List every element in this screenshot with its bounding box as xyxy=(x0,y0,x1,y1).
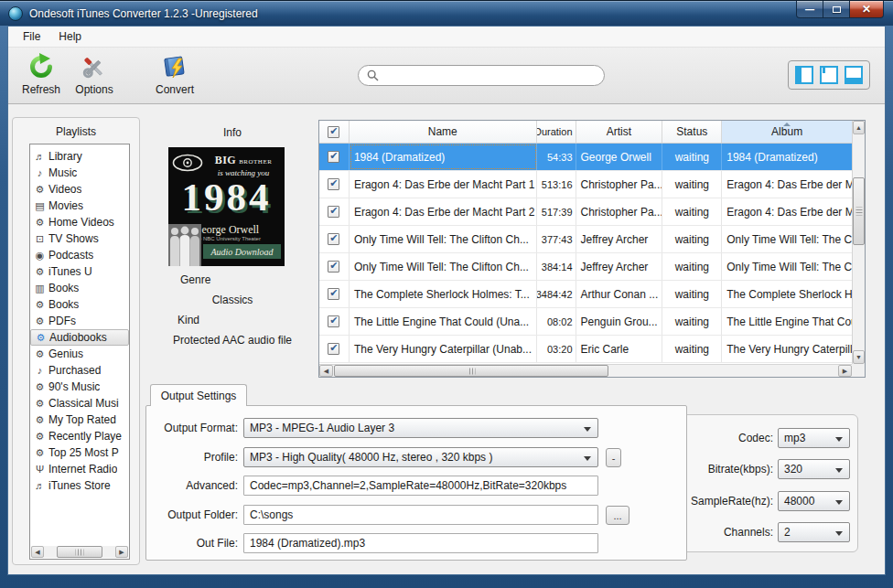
sidebar-item-internet-radio[interactable]: Ψ Internet Radio xyxy=(30,461,129,477)
sidebar-item-top-25-most-p[interactable]: ⚙ Top 25 Most P xyxy=(30,444,129,461)
row-checkbox-cell[interactable] xyxy=(319,171,350,198)
select-all-checkbox[interactable] xyxy=(328,126,339,138)
row-checkbox[interactable] xyxy=(328,343,339,355)
scroll-right-arrow[interactable]: ▶ xyxy=(838,365,852,377)
scroll-thumb[interactable] xyxy=(334,365,608,377)
table-vscrollbar[interactable]: ▲ ▼ xyxy=(852,121,865,364)
scroll-thumb[interactable] xyxy=(853,177,865,245)
minimize-button[interactable]: — xyxy=(796,1,823,18)
samplerate-select[interactable]: 48000 xyxy=(778,491,850,511)
scroll-up-arrow[interactable]: ▲ xyxy=(853,121,865,134)
row-checkbox[interactable] xyxy=(328,288,339,300)
album-art: BIG BROTHER is watching you 1984 George … xyxy=(168,147,285,266)
output-format-select[interactable]: MP3 - MPEG-1 Audio Layer 3 xyxy=(243,418,598,438)
advanced-value: Codec=mp3,Channel=2,SampleRate=48000Hz,B… xyxy=(250,479,566,492)
search-input[interactable] xyxy=(384,68,604,84)
bitrate-select[interactable]: 320 xyxy=(778,459,850,479)
row-checkbox-cell[interactable] xyxy=(319,253,350,280)
row-checkbox-cell[interactable] xyxy=(319,198,350,225)
sidebar-item-classical-musi[interactable]: ⚙ Classical Musi xyxy=(30,395,129,412)
advanced-input[interactable]: Codec=mp3,Channel=2,SampleRate=48000Hz,B… xyxy=(243,476,598,496)
close-button[interactable]: ✕ xyxy=(849,1,884,18)
output-format-label: Output Format: xyxy=(146,422,238,434)
table-row[interactable]: Eragon 4: Das Erbe der Macht Part 1 513:… xyxy=(319,171,852,198)
row-checkbox[interactable] xyxy=(328,315,339,327)
sidebar-item-purchased[interactable]: ♪ Purchased xyxy=(30,362,129,379)
gear-icon: ⚙ xyxy=(34,332,48,344)
column-header-name[interactable]: Name xyxy=(350,121,537,143)
menu-file[interactable]: File xyxy=(14,27,49,46)
row-checkbox[interactable] xyxy=(328,206,339,218)
convert-button[interactable]: Convert xyxy=(147,53,202,101)
sidebar-item-pdfs[interactable]: ⚙ PDFs xyxy=(30,313,129,329)
table-row[interactable]: 1984 (Dramatized) 54:33 George Orwell wa… xyxy=(319,144,852,171)
sidebar-item-music[interactable]: ♪ Music xyxy=(30,165,129,181)
row-checkbox-cell[interactable] xyxy=(319,281,350,307)
maximize-button[interactable] xyxy=(823,1,849,18)
table-row[interactable]: Only Time Will Tell: The Clifton Ch... 3… xyxy=(319,226,852,253)
table-row[interactable]: Only Time Will Tell: The Clifton Ch... 3… xyxy=(319,253,852,281)
music-note-icon: ♪ xyxy=(33,365,47,376)
sidebar-item-books[interactable]: ▥ Books xyxy=(30,280,129,296)
out-file-input[interactable]: 1984 (Dramatized).mp3 xyxy=(243,533,598,553)
tab-output-settings[interactable]: Output Settings xyxy=(150,384,247,406)
sidebar-item-podcasts[interactable]: ◉ Podcasts xyxy=(30,247,129,263)
row-checkbox-cell[interactable] xyxy=(319,308,350,335)
sidebar-item-videos[interactable]: ⚙ Videos xyxy=(30,181,129,198)
sidebar-item-my-top-rated[interactable]: ⚙ My Top Rated xyxy=(30,412,129,428)
table-hscrollbar[interactable]: ◀ ▶ xyxy=(319,364,852,377)
column-header-status[interactable]: Status xyxy=(662,121,722,143)
row-checkbox[interactable] xyxy=(328,178,339,190)
sidebar-item-label: Library xyxy=(48,150,82,163)
playlists-hscrollbar[interactable]: ◀ ▶ xyxy=(31,546,128,558)
sidebar-item-home-videos[interactable]: ⚙ Home Videos xyxy=(30,214,129,230)
row-checkbox-cell[interactable] xyxy=(319,336,350,362)
row-checkbox[interactable] xyxy=(328,151,339,163)
channels-value: 2 xyxy=(784,526,791,539)
output-folder-input[interactable]: C:\songs xyxy=(243,505,598,525)
profile-select[interactable]: MP3 - High Quality( 48000 Hz, stereo , 3… xyxy=(243,447,598,467)
sidebar-item-genius[interactable]: ⚙ Genius xyxy=(30,346,129,362)
table-row[interactable]: The Little Engine That Could (Una... 08:… xyxy=(319,308,852,336)
table-row[interactable]: The Very Hungry Caterpillar (Unab... 03:… xyxy=(319,336,852,363)
search-box[interactable] xyxy=(358,65,605,86)
layout-bottom-button[interactable] xyxy=(845,66,863,84)
refresh-button[interactable]: Refresh xyxy=(14,53,69,101)
select-all-cell[interactable] xyxy=(319,121,350,143)
column-header-album[interactable]: Album xyxy=(722,121,852,143)
table-row[interactable]: Eragon 4: Das Erbe der Macht Part 2 517:… xyxy=(319,198,852,226)
scroll-down-arrow[interactable]: ▼ xyxy=(853,350,865,364)
sidebar-item-movies[interactable]: ▤ Movies xyxy=(30,198,129,214)
column-header-duration[interactable]: Duration xyxy=(537,121,576,143)
column-header-artist[interactable]: Artist xyxy=(576,121,663,143)
cell-album: The Very Hungry Caterpilla xyxy=(722,336,852,362)
convert-icon xyxy=(161,53,188,80)
scroll-thumb[interactable] xyxy=(57,546,102,558)
scroll-left-arrow[interactable]: ◀ xyxy=(31,546,44,558)
row-checkbox-cell[interactable] xyxy=(319,144,350,170)
options-button[interactable]: Options xyxy=(67,53,122,101)
menu-help[interactable]: Help xyxy=(49,27,91,46)
table-row[interactable]: The Complete Sherlock Holmes: T... 3484:… xyxy=(319,281,852,308)
channels-select[interactable]: 2 xyxy=(778,522,850,542)
app-icon xyxy=(8,6,23,21)
layout-left-button[interactable] xyxy=(795,66,813,84)
codec-select[interactable]: mp3 xyxy=(778,428,850,448)
row-checkbox[interactable] xyxy=(328,233,339,245)
scroll-left-arrow[interactable]: ◀ xyxy=(319,365,333,377)
sidebar-item-90-s-music[interactable]: ⚙ 90's Music xyxy=(30,379,129,395)
sidebar-item-recently-playe[interactable]: ⚙ Recently Playe xyxy=(30,428,129,444)
row-checkbox-cell[interactable] xyxy=(319,226,350,252)
browse-button[interactable]: ... xyxy=(606,506,629,525)
sidebar-item-books[interactable]: ⚙ Books xyxy=(30,296,129,313)
sidebar-item-tv-shows[interactable]: ⊡ TV Shows xyxy=(30,230,129,247)
sidebar-item-itunes-store[interactable]: ♬ iTunes Store xyxy=(30,477,129,494)
sidebar-item-itunes-u[interactable]: ⚙ iTunes U xyxy=(30,263,129,280)
sidebar-item-audiobooks[interactable]: ⚙ Audiobooks xyxy=(30,329,129,346)
profile-remove-button[interactable]: - xyxy=(606,448,621,467)
scroll-right-arrow[interactable]: ▶ xyxy=(115,546,128,558)
cell-name: The Very Hungry Caterpillar (Unab... xyxy=(350,336,537,362)
layout-top-button[interactable] xyxy=(820,66,838,84)
row-checkbox[interactable] xyxy=(328,261,339,273)
sidebar-item-library[interactable]: ♬ Library xyxy=(30,148,129,165)
